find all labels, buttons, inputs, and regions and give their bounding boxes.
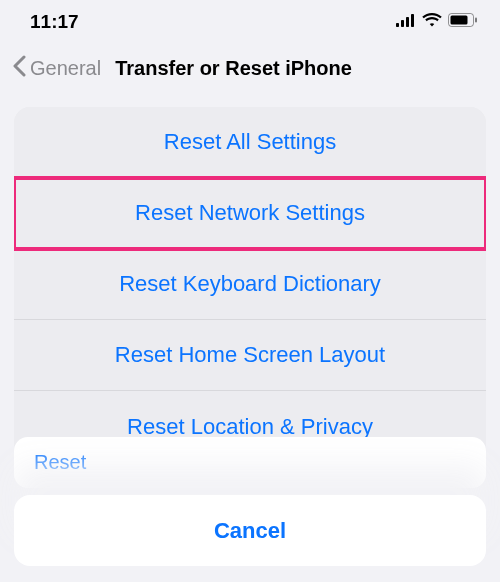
- status-bar: 11:17: [0, 0, 500, 44]
- cancel-label: Cancel: [214, 518, 286, 544]
- underlying-reset-row[interactable]: Reset: [14, 437, 486, 488]
- action-sheet-list: Reset All SettingsReset Network Settings…: [14, 107, 486, 462]
- svg-rect-5: [451, 16, 468, 25]
- action-item-label: Reset All Settings: [164, 129, 336, 155]
- action-item-reset-keyboard-dictionary[interactable]: Reset Keyboard Dictionary: [14, 249, 486, 320]
- action-item-reset-all-settings[interactable]: Reset All Settings: [14, 107, 486, 178]
- action-item-label: Reset Network Settings: [135, 200, 365, 226]
- action-item-label: Reset Location & Privacy: [127, 414, 373, 440]
- action-item-reset-network-settings[interactable]: Reset Network Settings: [14, 178, 486, 249]
- battery-icon: [448, 13, 478, 31]
- underlying-reset-label: Reset: [34, 451, 86, 473]
- reset-action-sheet: Reset Reset All SettingsReset Network Se…: [0, 107, 500, 582]
- action-item-label: Reset Keyboard Dictionary: [119, 271, 381, 297]
- chevron-left-icon: [12, 55, 26, 82]
- back-label: General: [30, 57, 101, 80]
- cellular-signal-icon: [396, 13, 416, 31]
- wifi-icon: [422, 13, 442, 31]
- navigation-bar: General Transfer or Reset iPhone: [0, 44, 500, 92]
- back-button[interactable]: General: [12, 55, 101, 82]
- action-item-label: Reset Home Screen Layout: [115, 342, 385, 368]
- cancel-button[interactable]: Cancel: [14, 495, 486, 566]
- status-time: 11:17: [30, 11, 79, 33]
- svg-rect-3: [411, 14, 414, 27]
- status-icons: [396, 13, 478, 31]
- page-title: Transfer or Reset iPhone: [115, 57, 352, 80]
- svg-rect-0: [396, 23, 399, 27]
- svg-rect-2: [406, 17, 409, 27]
- svg-rect-1: [401, 20, 404, 27]
- action-item-reset-home-screen-layout[interactable]: Reset Home Screen Layout: [14, 320, 486, 391]
- svg-rect-6: [475, 18, 477, 23]
